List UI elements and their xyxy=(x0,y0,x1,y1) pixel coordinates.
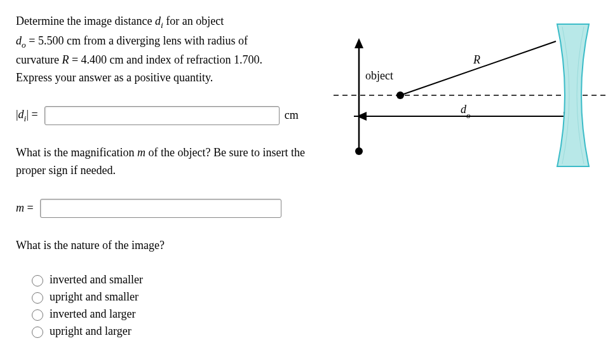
q1-label: |di| = xyxy=(16,108,38,124)
q1-answer-row: |di| = cm xyxy=(16,106,334,125)
radio-label: upright and larger xyxy=(50,325,132,338)
radio-input[interactable] xyxy=(32,309,43,321)
q1-prompt: Determine the image distance di for an o… xyxy=(16,13,334,87)
radio-label: inverted and smaller xyxy=(50,273,143,286)
object-label: object xyxy=(365,69,393,82)
q3-option[interactable]: inverted and larger xyxy=(29,307,334,321)
q3-option[interactable]: inverted and smaller xyxy=(29,273,334,286)
q2-label: m = xyxy=(16,201,34,215)
radio-label: upright and smaller xyxy=(50,290,138,304)
t: Determine the image distance xyxy=(16,15,155,27)
arrowhead-up-icon xyxy=(355,38,363,48)
R-label: R xyxy=(473,53,480,66)
t: d xyxy=(155,15,161,27)
q2-prompt: What is the magnification m of the objec… xyxy=(16,144,334,180)
q3-options: inverted and smaller upright and smaller… xyxy=(16,273,334,338)
radio-label: inverted and larger xyxy=(50,307,136,321)
object-arrow-base xyxy=(355,147,363,155)
t: = 4.400 cm and index of refraction 1.700… xyxy=(69,53,262,66)
radio-input[interactable] xyxy=(32,327,43,338)
t: = 5.500 cm from a diverging lens with ra… xyxy=(26,34,248,47)
radio-input[interactable] xyxy=(32,292,43,304)
q3-option[interactable]: upright and smaller xyxy=(29,290,334,304)
lens-diagram: object R do xyxy=(334,13,607,197)
arrowhead-left-icon xyxy=(356,112,367,121)
q3-option[interactable]: upright and larger xyxy=(29,325,334,338)
do-label: do xyxy=(461,103,471,120)
t: for an object xyxy=(163,15,224,27)
q3-prompt: What is the nature of the image? xyxy=(16,237,334,255)
t: o xyxy=(22,39,26,49)
q1-input[interactable] xyxy=(44,106,280,125)
t: curvature xyxy=(16,53,62,66)
q1-unit: cm xyxy=(285,109,299,122)
q2-input[interactable] xyxy=(40,199,281,218)
t: Express your answer as a positive quanti… xyxy=(16,71,213,84)
radio-input[interactable] xyxy=(32,275,43,286)
radius-line xyxy=(400,41,556,95)
t: R xyxy=(62,53,69,66)
t: d xyxy=(16,34,22,47)
q2-answer-row: m = xyxy=(16,199,334,218)
